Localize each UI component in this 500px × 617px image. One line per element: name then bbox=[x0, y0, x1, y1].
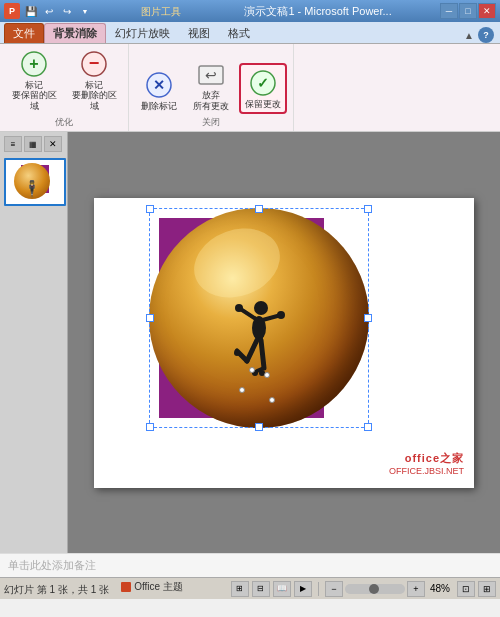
redo-quick-btn[interactable]: ↪ bbox=[59, 3, 75, 19]
normal-view-btn[interactable]: ⊞ bbox=[231, 581, 249, 597]
slideshow-view-btn[interactable]: ▶ bbox=[294, 581, 312, 597]
slide-1-thumbnail[interactable]: 🕴 bbox=[4, 158, 66, 206]
svg-point-14 bbox=[235, 304, 243, 312]
sorter-view-btn[interactable]: ⊟ bbox=[252, 581, 270, 597]
title-text: 图片工具 演示文稿1 - Microsoft Power... bbox=[93, 4, 440, 19]
handle-br[interactable] bbox=[364, 423, 372, 431]
panel-controls: ≡ ▦ ✕ bbox=[4, 136, 63, 152]
minimize-btn[interactable]: ─ bbox=[440, 3, 458, 19]
discard-button[interactable]: ↩ 放弃所有更改 bbox=[187, 56, 235, 114]
discard-icon: ↩ bbox=[195, 58, 227, 90]
undo-quick-btn[interactable]: ↩ bbox=[41, 3, 57, 19]
delete-mark-button[interactable]: ✕ 删除标记 bbox=[135, 67, 183, 114]
svg-text:✕: ✕ bbox=[153, 77, 165, 93]
optimize-group-label: 优化 bbox=[55, 116, 73, 129]
slides-tab[interactable]: ▦ bbox=[24, 136, 42, 152]
delete-mark-label: 删除标记 bbox=[141, 101, 177, 112]
handle-tr[interactable] bbox=[364, 205, 372, 213]
zoom-slider[interactable] bbox=[345, 584, 405, 594]
close-group-label: 关闭 bbox=[202, 116, 220, 129]
theme-info: Office 主题 bbox=[120, 584, 183, 595]
watermark-line2: OFFICE.JBSI.NET bbox=[389, 466, 464, 476]
svg-point-10 bbox=[254, 301, 268, 315]
slide-info: 幻灯片 第 1 张，共 1 张 Office 主题 bbox=[4, 580, 227, 597]
collapse-ribbon-btn[interactable]: ▲ bbox=[464, 30, 474, 41]
status-bar: 幻灯片 第 1 张，共 1 张 Office 主题 ⊞ ⊟ 📖 ▶ − + 48… bbox=[0, 577, 500, 599]
mark-remove-icon: − bbox=[78, 48, 110, 80]
bottom-controls: ⊞ ⊟ 📖 ▶ − + 48% ⊡ ⊞ bbox=[231, 581, 496, 597]
keep-changes-icon: ✓ bbox=[247, 67, 279, 99]
help-btn[interactable]: ? bbox=[478, 27, 494, 43]
close-panel-btn[interactable]: ✕ bbox=[44, 136, 62, 152]
dancer-svg bbox=[219, 293, 299, 413]
reading-view-btn[interactable]: 📖 bbox=[273, 581, 291, 597]
tools-label: 图片工具 bbox=[141, 6, 181, 17]
ribbon-group-optimize: + 标记要保留的区域 − 标记要删除的区域 优化 bbox=[0, 44, 129, 131]
theme-icon bbox=[120, 581, 132, 593]
notes-area[interactable]: 单击此处添加备注 bbox=[0, 553, 500, 577]
watermark-line1: office之家 bbox=[389, 451, 464, 466]
svg-text:✓: ✓ bbox=[257, 75, 269, 91]
tab-file[interactable]: 文件 bbox=[4, 23, 44, 43]
dropdown-quick-btn[interactable]: ▼ bbox=[77, 3, 93, 19]
keep-changes-button[interactable]: ✓ 保留更改 bbox=[239, 63, 287, 114]
slide-panel: ≡ ▦ ✕ 1 🕴 bbox=[0, 132, 68, 553]
title-bar-left: P 💾 ↩ ↪ ▼ bbox=[4, 3, 93, 19]
save-quick-btn[interactable]: 💾 bbox=[23, 3, 39, 19]
svg-point-15 bbox=[277, 311, 285, 319]
discard-label: 放弃所有更改 bbox=[193, 90, 229, 112]
divider bbox=[318, 582, 319, 596]
dot-handle-4[interactable] bbox=[269, 397, 275, 403]
zoom-out-btn[interactable]: − bbox=[325, 581, 343, 597]
dot-handle-1[interactable] bbox=[249, 367, 255, 373]
slide-1-container: 1 🕴 bbox=[4, 158, 63, 206]
svg-rect-23 bbox=[121, 582, 131, 592]
ribbon-group-close: ✕ 删除标记 ↩ 放弃所有更改 bbox=[129, 44, 294, 131]
window-controls: ─ □ ✕ bbox=[440, 3, 496, 19]
dot-handle-2[interactable] bbox=[264, 372, 270, 378]
restore-btn[interactable]: □ bbox=[459, 3, 477, 19]
svg-line-16 bbox=[247, 340, 257, 361]
optimize-buttons: + 标记要保留的区域 − 标记要删除的区域 bbox=[6, 46, 122, 114]
watermark: office之家 OFFICE.JBSI.NET bbox=[389, 451, 464, 476]
tab-slideshow[interactable]: 幻灯片放映 bbox=[106, 23, 179, 43]
svg-point-20 bbox=[234, 350, 240, 356]
zoom-in-btn[interactable]: + bbox=[407, 581, 425, 597]
handle-tl[interactable] bbox=[146, 205, 154, 213]
mark-remove-button[interactable]: − 标记要删除的区域 bbox=[66, 46, 122, 114]
ribbon-tab-right: ▲ ? bbox=[464, 27, 500, 43]
zoom-percent: 48% bbox=[430, 583, 450, 594]
mark-remove-label: 标记要删除的区域 bbox=[68, 80, 120, 112]
zoom-thumb[interactable] bbox=[369, 584, 379, 594]
mark-keep-icon: + bbox=[18, 48, 50, 80]
keep-changes-label: 保留更改 bbox=[245, 99, 281, 110]
svg-text:+: + bbox=[29, 55, 38, 72]
canvas-area: office之家 OFFICE.JBSI.NET bbox=[68, 132, 500, 553]
svg-text:↩: ↩ bbox=[205, 67, 217, 83]
notes-placeholder: 单击此处添加备注 bbox=[8, 558, 96, 573]
dot-handle-3[interactable] bbox=[239, 387, 245, 393]
mark-keep-label: 标记要保留的区域 bbox=[8, 80, 60, 112]
ribbon-content: + 标记要保留的区域 − 标记要删除的区域 优化 bbox=[0, 44, 500, 132]
close-btn[interactable]: ✕ bbox=[478, 3, 496, 19]
app-icon: P bbox=[4, 3, 20, 19]
quick-access-toolbar: 💾 ↩ ↪ ▼ bbox=[23, 3, 93, 19]
tab-background[interactable]: 背景消除 bbox=[44, 23, 106, 43]
maximize-btn[interactable]: ⊞ bbox=[478, 581, 496, 597]
close-buttons: ✕ 删除标记 ↩ 放弃所有更改 bbox=[135, 56, 287, 114]
outline-tab[interactable]: ≡ bbox=[4, 136, 22, 152]
main-area: ≡ ▦ ✕ 1 🕴 bbox=[0, 132, 500, 553]
delete-mark-icon: ✕ bbox=[143, 69, 175, 101]
fit-slide-btn[interactable]: ⊡ bbox=[457, 581, 475, 597]
mark-keep-button[interactable]: + 标记要保留的区域 bbox=[6, 46, 62, 114]
slide-canvas: office之家 OFFICE.JBSI.NET bbox=[94, 198, 474, 488]
svg-line-18 bbox=[261, 340, 264, 368]
window-title: 演示文稿1 - Microsoft Power... bbox=[244, 5, 391, 17]
zoom-area: − + 48% bbox=[325, 581, 450, 597]
ribbon-tabs: 文件 背景消除 幻灯片放映 视图 格式 ▲ ? bbox=[0, 22, 500, 44]
handle-bl[interactable] bbox=[146, 423, 154, 431]
title-bar: P 💾 ↩ ↪ ▼ 图片工具 演示文稿1 - Microsoft Power..… bbox=[0, 0, 500, 22]
tab-view[interactable]: 视图 bbox=[179, 23, 219, 43]
tab-format[interactable]: 格式 bbox=[219, 23, 259, 43]
svg-text:−: − bbox=[89, 53, 100, 73]
